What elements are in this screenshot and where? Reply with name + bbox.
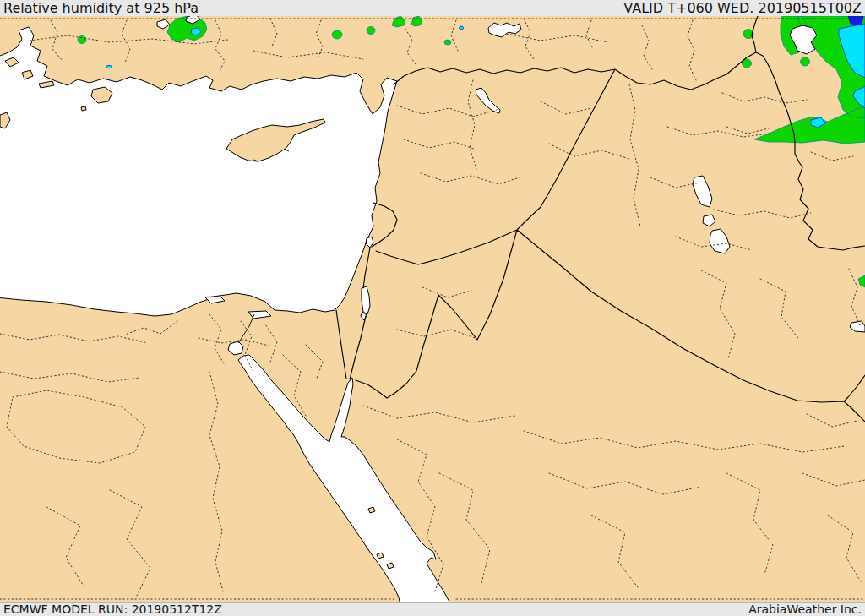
valid-time-label: VALID T+060 WED. 20190515T00Z (623, 0, 862, 16)
humidity-spot-cyan (460, 26, 464, 30)
model-run-label: ECMWF MODEL RUN: 20190512T12Z (3, 603, 222, 616)
model-run-bar: ECMWF MODEL RUN: 20190512T12Z ArabiaWeat… (0, 602, 865, 616)
page-title: Relative humidity at 925 hPa (3, 0, 199, 16)
humidity-spot-cyan (106, 65, 112, 68)
humidity-spot (444, 40, 451, 45)
humidity-spot (332, 30, 342, 39)
map-title-bar: Relative humidity at 925 hPa VALID T+060… (0, 0, 865, 16)
weather-map (0, 16, 865, 602)
branding-label: ArabiaWeather Inc. (748, 603, 862, 616)
humidity-spot (801, 57, 810, 66)
humidity-spot (78, 36, 86, 44)
humidity-spot (367, 27, 375, 35)
